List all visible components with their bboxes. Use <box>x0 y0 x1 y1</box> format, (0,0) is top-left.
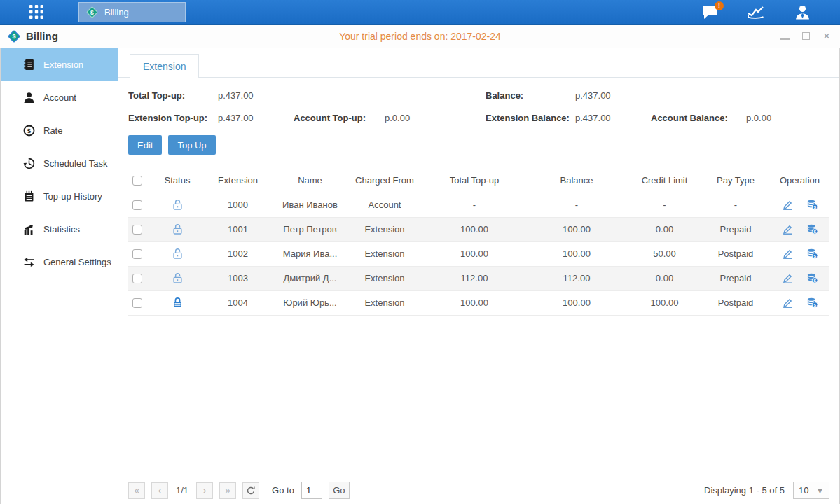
unlocked-icon <box>172 272 184 284</box>
cell-total-topup: 100.00 <box>423 241 525 266</box>
sidebar-item-top-up-history[interactable]: Top-up History <box>1 180 118 213</box>
cell-balance: 100.00 <box>525 217 628 241</box>
sidebar-item-label: Top-up History <box>43 191 102 202</box>
row-checkbox[interactable] <box>132 274 142 284</box>
rate-icon: $ <box>22 125 35 137</box>
column-header-status: Status <box>153 168 202 192</box>
sidebar-item-statistics[interactable]: Statistics <box>1 213 118 246</box>
sidebar-item-rate[interactable]: $Rate <box>1 114 118 147</box>
prev-page-button[interactable]: ‹ <box>151 482 168 499</box>
sidebar-item-extension[interactable]: Extension <box>1 48 118 81</box>
unlocked-icon <box>172 223 184 235</box>
row-checkbox[interactable] <box>132 249 142 259</box>
refresh-icon[interactable] <box>242 482 259 499</box>
column-header-charged-from: Charged From <box>346 168 423 192</box>
close-icon[interactable]: × <box>822 31 832 41</box>
app-grid-icon[interactable] <box>25 3 48 21</box>
edit-pencil-icon[interactable] <box>782 199 794 211</box>
cell-pay-type: Postpaid <box>701 290 770 315</box>
sidebar-item-label: General Settings <box>43 257 111 267</box>
row-checkbox[interactable] <box>132 200 142 210</box>
sidebar: ExtensionAccount$RateScheduled TaskTop-u… <box>1 48 118 504</box>
cell-charged-from: Account <box>346 192 423 217</box>
cell-pay-type: Prepaid <box>701 266 770 290</box>
cell-total-topup: 112.00 <box>423 266 525 290</box>
sidebar-item-general-settings[interactable]: General Settings <box>1 246 118 279</box>
cell-balance: 100.00 <box>525 290 628 315</box>
scheduled-task-icon <box>22 158 35 170</box>
cell-name: Юрий Юрь... <box>274 290 346 315</box>
account-balance-value: p.0.00 <box>746 113 829 123</box>
cell-extension: 1002 <box>202 241 274 266</box>
edit-pencil-icon[interactable] <box>782 272 794 284</box>
table-row: 1003Дмитрий Д...Extension112.00112.000.0… <box>128 266 829 290</box>
edit-pencil-icon[interactable] <box>782 223 794 235</box>
pagination-bar: « ‹ 1/1 › » Go to Go Displaying 1 - 5 of… <box>128 482 829 499</box>
select-all-checkbox[interactable] <box>132 176 142 186</box>
cell-pay-type: - <box>701 192 770 217</box>
resource-monitor-icon[interactable] <box>746 4 766 21</box>
desktop-taskbar: $ Billing ! <box>0 0 840 24</box>
go-button[interactable]: Go <box>329 482 350 499</box>
account-icon <box>22 92 35 104</box>
edit-button[interactable]: Edit <box>128 135 162 155</box>
topup-coins-icon[interactable]: $ <box>806 248 818 260</box>
tab-strip: Extension <box>118 48 839 78</box>
page-size-select[interactable]: 10 ▼ <box>793 482 829 499</box>
cell-charged-from: Extension <box>346 217 423 241</box>
maximize-icon[interactable] <box>801 31 811 41</box>
cell-credit-limit: 0.00 <box>628 217 701 241</box>
topup-button[interactable]: Top Up <box>168 135 215 155</box>
cell-total-topup: 100.00 <box>423 290 525 315</box>
edit-pencil-icon[interactable] <box>782 248 794 260</box>
topup-coins-icon[interactable]: $ <box>806 223 818 235</box>
row-checkbox[interactable] <box>132 225 142 234</box>
cell-credit-limit: - <box>628 192 701 217</box>
locked-icon <box>172 297 184 309</box>
window-titlebar: $ Billing Your trial period ends on: 201… <box>0 24 840 48</box>
sidebar-item-account[interactable]: Account <box>1 81 118 114</box>
unlocked-icon <box>172 199 184 211</box>
sidebar-item-scheduled-task[interactable]: Scheduled Task <box>1 147 118 180</box>
statistics-icon <box>22 223 35 236</box>
edit-pencil-icon[interactable] <box>782 297 794 309</box>
svg-text:$: $ <box>813 229 816 234</box>
column-header-pay-type: Pay Type <box>701 168 770 192</box>
notifications-icon[interactable]: ! <box>700 4 719 21</box>
next-page-button[interactable]: › <box>196 482 213 499</box>
topup-coins-icon[interactable]: $ <box>806 297 818 309</box>
last-page-button[interactable]: » <box>219 482 236 499</box>
column-header-operation: Operation <box>770 168 829 192</box>
account-balance-label: Account Balance: <box>651 113 746 123</box>
tab-extension[interactable]: Extension <box>130 54 199 78</box>
table-row: 1001Петр ПетровExtension100.00100.000.00… <box>128 217 829 241</box>
sidebar-item-label: Extension <box>43 59 83 70</box>
svg-text:$: $ <box>12 33 15 40</box>
minimize-icon[interactable] <box>780 31 790 41</box>
topup-coins-icon[interactable]: $ <box>806 199 818 211</box>
first-page-button[interactable]: « <box>128 482 145 499</box>
cell-extension: 1003 <box>202 266 274 290</box>
column-header-name: Name <box>274 168 346 192</box>
cell-charged-from: Extension <box>346 241 423 266</box>
cell-name: Мария Ива... <box>274 241 346 266</box>
column-header-extension: Extension <box>202 168 274 192</box>
extensions-table: StatusExtensionNameCharged FromTotal Top… <box>128 168 829 316</box>
balance-label: Balance: <box>486 90 575 101</box>
cell-credit-limit: 50.00 <box>628 241 701 266</box>
user-account-icon[interactable] <box>792 4 812 21</box>
sidebar-item-label: Rate <box>43 125 62 136</box>
cell-total-topup: - <box>423 192 525 217</box>
row-checkbox[interactable] <box>132 298 142 308</box>
total-topup-value: p.437.00 <box>218 90 294 101</box>
cell-charged-from: Extension <box>346 266 423 290</box>
topup-coins-icon[interactable]: $ <box>806 272 818 284</box>
extension-balance-value: p.437.00 <box>575 113 651 123</box>
cell-name: Иван Иванов <box>274 192 346 217</box>
goto-page-input[interactable] <box>301 482 322 499</box>
billing-app-icon: $ <box>85 6 99 19</box>
cell-total-topup: 100.00 <box>423 217 525 241</box>
main-content: Extension Total Top-up: p.437.00 Balance… <box>118 48 839 504</box>
cell-name: Дмитрий Д... <box>274 266 346 290</box>
taskbar-billing-task[interactable]: $ Billing <box>78 2 186 22</box>
